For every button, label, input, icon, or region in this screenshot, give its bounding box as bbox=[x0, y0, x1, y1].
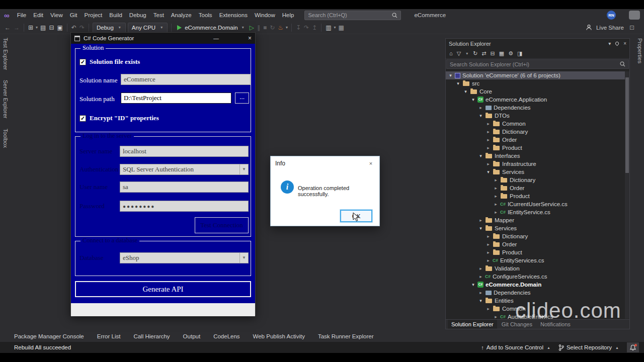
open-file-icon[interactable]: ▤ bbox=[39, 24, 47, 31]
redo-icon[interactable]: ↷ bbox=[78, 24, 86, 31]
hot-reload-icon[interactable]: ♨ bbox=[276, 24, 285, 31]
tree-expander-icon[interactable]: ▸ bbox=[486, 250, 491, 255]
tree-item[interactable]: ▸Common bbox=[446, 120, 625, 128]
menu-item-help[interactable]: Help bbox=[279, 9, 298, 21]
tree-item[interactable]: ▸Order bbox=[446, 184, 625, 192]
menu-item-edit[interactable]: Edit bbox=[30, 9, 47, 21]
solution-name-field[interactable]: eCommerce bbox=[121, 74, 251, 85]
undo-icon[interactable]: ↶ bbox=[70, 24, 78, 31]
menu-item-tools[interactable]: Tools bbox=[195, 9, 216, 21]
close-icon[interactable]: × bbox=[362, 156, 379, 170]
add-to-source-control-button[interactable]: ↑ Add to Source Control ▲ bbox=[481, 344, 551, 350]
tree-expander-icon[interactable]: ▸ bbox=[486, 234, 491, 239]
start-without-debugging-icon[interactable]: ▷ bbox=[248, 24, 256, 31]
vs-logo-icon[interactable]: ∞ bbox=[4, 11, 10, 20]
menu-item-debug[interactable]: Debug bbox=[126, 9, 150, 21]
nav-back-icon[interactable]: ← bbox=[3, 24, 12, 31]
tree-item[interactable]: ▸Infrastructure bbox=[446, 160, 625, 168]
tree-expander-icon[interactable]: ▾ bbox=[455, 81, 461, 86]
tree-expander-icon[interactable]: ▸ bbox=[493, 202, 499, 207]
tree-expander-icon[interactable]: ▸ bbox=[478, 290, 484, 295]
refresh-icon[interactable]: ↻ bbox=[473, 50, 477, 57]
tree-item[interactable]: ▾C#eCommerce.Application bbox=[446, 96, 625, 104]
save-all-icon[interactable]: ▣ bbox=[55, 24, 64, 31]
sync-with-active-document-icon[interactable]: ⇄ bbox=[481, 50, 486, 57]
solution-file-exists-checkbox[interactable]: ✓ Solution file exists bbox=[79, 58, 140, 66]
tree-item[interactable]: ▸Dependencies bbox=[446, 289, 625, 297]
properties-icon[interactable]: ⚙ bbox=[508, 50, 513, 57]
solution-platforms-dropdown[interactable]: Any CPU ▾ bbox=[128, 23, 168, 33]
tree-expander-icon[interactable]: ▸ bbox=[486, 129, 491, 134]
show-all-files-icon[interactable]: ▦ bbox=[499, 50, 504, 57]
menu-item-git[interactable]: Git bbox=[66, 9, 81, 21]
tree-expander-icon[interactable]: ▾ bbox=[478, 298, 484, 303]
tree-item[interactable]: ▸Order bbox=[446, 136, 625, 144]
tree-expander-icon[interactable]: ▸ bbox=[486, 137, 491, 142]
solution-explorer-search-input[interactable]: Search Solution Explorer (Ctrl+i) bbox=[446, 59, 629, 69]
collapse-all-icon[interactable]: ⊟ bbox=[491, 50, 495, 57]
notifications-bell-icon[interactable] bbox=[627, 342, 639, 352]
left-tab-toolbox[interactable]: Toolbox bbox=[3, 129, 9, 148]
tree-item[interactable]: ▾DTOs bbox=[446, 112, 625, 120]
panel-tab-web-publish-activity[interactable]: Web Publish Activity bbox=[253, 333, 305, 339]
scrollbar[interactable] bbox=[625, 71, 629, 319]
tree-item[interactable]: ▸Product bbox=[446, 144, 625, 152]
account-avatar[interactable]: RN bbox=[607, 11, 616, 20]
generate-api-button[interactable]: Generate API bbox=[75, 281, 251, 297]
start-debugging-button[interactable]: eCommerce.Domain ▾ bbox=[174, 23, 248, 33]
left-tab-server-explorer[interactable]: Server Explorer bbox=[3, 80, 9, 118]
tree-expander-icon[interactable]: ▸ bbox=[486, 306, 491, 311]
share-icon[interactable]: ⊡ bbox=[628, 24, 636, 31]
database-dropdown[interactable]: eShop ▼ bbox=[120, 252, 249, 263]
tree-item[interactable]: ▸Product bbox=[446, 192, 625, 200]
close-icon[interactable]: × bbox=[623, 41, 626, 46]
menu-item-extensions[interactable]: Extensions bbox=[216, 9, 251, 21]
tree-expander-icon[interactable]: ▸ bbox=[493, 186, 499, 191]
tree-expander-icon[interactable]: ▾ bbox=[478, 226, 484, 231]
switch-views-icon[interactable]: ▾ bbox=[608, 41, 611, 46]
nav-forward-icon[interactable]: → bbox=[12, 24, 21, 31]
left-tab-test-explorer[interactable]: Test Explorer bbox=[3, 38, 9, 70]
filter-icon[interactable]: ▽ bbox=[457, 50, 461, 57]
tree-expander-icon[interactable]: ▾ bbox=[470, 282, 476, 287]
panel-tab-task-runner-explorer[interactable]: Task Runner Explorer bbox=[318, 333, 374, 339]
tree-item[interactable]: ▾Services bbox=[446, 168, 625, 176]
home-icon[interactable]: ⌂ bbox=[449, 50, 453, 56]
menu-item-view[interactable]: View bbox=[47, 9, 66, 21]
tree-item[interactable]: ▾C#eCommerce.Domain bbox=[446, 281, 625, 289]
right-tab-properties[interactable]: Properties bbox=[637, 38, 643, 63]
panel-tab-output[interactable]: Output bbox=[183, 333, 201, 339]
save-icon[interactable]: ⊟ bbox=[47, 24, 55, 31]
tree-item[interactable]: ▸Dictionary bbox=[446, 128, 625, 136]
menu-item-build[interactable]: Build bbox=[106, 9, 126, 21]
browse-button[interactable]: ... bbox=[235, 93, 249, 104]
tree-expander-icon[interactable]: ▸ bbox=[493, 210, 499, 215]
tree-item[interactable]: ▸Dictionary bbox=[446, 176, 625, 184]
tree-expander-icon[interactable]: ▸ bbox=[493, 177, 499, 183]
pin-icon[interactable] bbox=[615, 41, 620, 46]
authentication-dropdown[interactable]: SQL Server Authentication ▼ bbox=[120, 164, 249, 175]
tree-expander-icon[interactable]: ▸ bbox=[486, 258, 491, 263]
user-name-field[interactable]: sa bbox=[120, 182, 249, 193]
tree-item[interactable]: ▸C#ConfigureServices.cs bbox=[446, 273, 625, 281]
tree-expander-icon[interactable]: ▸ bbox=[478, 105, 484, 110]
tree-item[interactable]: ▸Dependencies bbox=[446, 104, 625, 112]
tree-expander-icon[interactable]: ▸ bbox=[493, 314, 499, 319]
tree-expander-icon[interactable]: ▾ bbox=[478, 153, 484, 158]
tree-item[interactable]: ▾Services bbox=[446, 224, 625, 232]
close-icon[interactable]: × bbox=[248, 35, 252, 42]
tree-expander-icon[interactable]: ▸ bbox=[486, 242, 491, 247]
minimize-icon[interactable]: — bbox=[213, 35, 219, 41]
tree-expander-icon[interactable]: ▸ bbox=[478, 274, 484, 279]
tree-item[interactable]: ▸Common bbox=[446, 305, 625, 313]
tree-item[interactable]: ▸Validation bbox=[446, 264, 625, 273]
code-generator-titlebar[interactable]: C# Code Generator — × bbox=[71, 33, 255, 44]
tree-expander-icon[interactable]: ▸ bbox=[478, 266, 484, 271]
tree-expander-icon[interactable]: ▾ bbox=[463, 89, 468, 94]
select-repository-button[interactable]: Select Repository ▲ bbox=[558, 344, 620, 351]
panel-tab-package-manager-console[interactable]: Package Manager Console bbox=[14, 333, 84, 339]
tree-expander-icon[interactable]: ▾ bbox=[470, 97, 476, 102]
tree-item[interactable]: ▸C#IEntityService.cs bbox=[446, 208, 625, 216]
solution-configurations-dropdown[interactable]: Debug ▾ bbox=[93, 23, 126, 33]
tree-item[interactable]: ▸Mapper bbox=[446, 216, 625, 224]
